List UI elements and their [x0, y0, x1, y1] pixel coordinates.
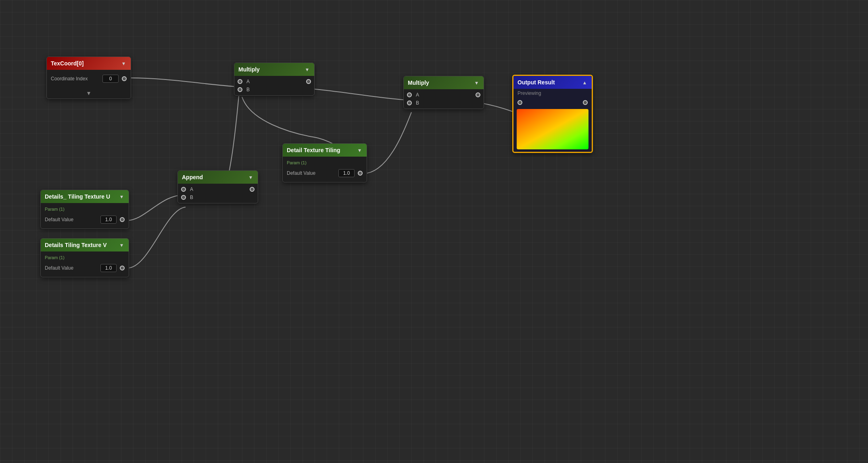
detail-texture-tiling-default-value[interactable]: 1.0: [338, 169, 355, 177]
detail-tiling-v-header[interactable]: Details Tiling Texture V ▾: [41, 239, 129, 251]
append-a-label: A: [190, 186, 193, 192]
append-header[interactable]: Append ▾: [178, 171, 258, 184]
multiply2-title: Multiply: [408, 80, 429, 86]
detail-tiling-u-collapse-btn[interactable]: ▾: [119, 193, 125, 200]
detail-tiling-u-default-row: Default Value 1.0: [45, 214, 125, 225]
detail-tiling-v-node: Details Tiling Texture V ▾ Param (1) Def…: [40, 238, 129, 277]
detail-tiling-v-default-label: Default Value: [45, 265, 100, 271]
multiply1-title: Multiply: [238, 66, 260, 73]
output-title: Output Result: [517, 79, 555, 86]
multiply1-a-output-port[interactable]: [306, 79, 311, 84]
output-header[interactable]: Output Result ▴: [513, 76, 592, 89]
detail-texture-tiling-param: Param (1): [287, 160, 363, 165]
output-left-port[interactable]: [517, 100, 522, 105]
output-port-row: [513, 98, 592, 107]
detail-tiling-u-default-label: Default Value: [45, 217, 100, 222]
detail-tiling-u-default-value[interactable]: 1.0: [100, 216, 117, 224]
output-previewing-label: Previewing: [513, 89, 592, 98]
multiply1-collapse-btn[interactable]: ▾: [304, 66, 310, 73]
append-a-output-port[interactable]: [250, 187, 255, 192]
multiply2-a-input-port[interactable]: [407, 92, 412, 97]
texcoord-title: TexCoord[0]: [51, 60, 83, 67]
append-b-label: B: [190, 195, 193, 200]
detail-tiling-v-default-value[interactable]: 1.0: [100, 264, 117, 272]
append-a-row: A: [178, 185, 258, 193]
append-a-input-port[interactable]: [181, 187, 186, 192]
multiply2-node: Multiply ▾ A B: [403, 76, 484, 109]
multiply2-a-row: A: [404, 91, 484, 99]
multiply1-b-row: B: [234, 86, 314, 94]
multiply2-header[interactable]: Multiply ▾: [404, 76, 484, 89]
texcoord-header[interactable]: TexCoord[0] ▾: [47, 57, 131, 70]
output-right-port[interactable]: [583, 100, 588, 105]
detail-tiling-u-header[interactable]: Details_ Tiling Texture U ▾: [41, 190, 129, 203]
texcoord-coord-row: Coordinate Index 0: [51, 73, 127, 84]
texcoord-node: TexCoord[0] ▾ Coordinate Index 0 ▾: [46, 57, 131, 99]
multiply2-b-label: B: [416, 100, 419, 106]
detail-tiling-u-param: Param (1): [45, 207, 125, 212]
detail-tiling-v-output-port[interactable]: [120, 266, 125, 270]
texcoord-footer[interactable]: ▾: [47, 88, 131, 98]
multiply1-a-input-port[interactable]: [238, 79, 242, 84]
multiply2-b-row: B: [404, 99, 484, 107]
detail-tiling-v-title: Details Tiling Texture V: [45, 242, 107, 248]
multiply2-a-output-port[interactable]: [476, 92, 480, 97]
output-node: Output Result ▴ Previewing: [512, 75, 593, 153]
multiply1-header[interactable]: Multiply ▾: [234, 63, 314, 76]
detail-texture-tiling-default-row: Default Value 1.0: [287, 168, 363, 179]
detail-texture-tiling-header[interactable]: Detail Texture Tiling ▾: [283, 144, 367, 157]
detail-tiling-v-default-row: Default Value 1.0: [45, 262, 125, 274]
texcoord-coord-label: Coordinate Index: [51, 76, 102, 82]
detail-tiling-v-param: Param (1): [45, 255, 125, 260]
detail-texture-tiling-collapse-btn[interactable]: ▾: [357, 147, 363, 153]
texcoord-collapse-btn[interactable]: ▾: [121, 60, 127, 67]
output-color-preview: [517, 109, 588, 149]
append-b-input-port[interactable]: [181, 195, 186, 200]
detail-texture-tiling-default-label: Default Value: [287, 170, 338, 176]
detail-texture-tiling-title: Detail Texture Tiling: [287, 147, 340, 153]
multiply1-b-input-port[interactable]: [238, 87, 242, 92]
output-collapse-btn[interactable]: ▴: [582, 79, 588, 86]
multiply2-b-input-port[interactable]: [407, 101, 412, 105]
detail-tiling-u-output-port[interactable]: [120, 217, 125, 222]
append-collapse-btn[interactable]: ▾: [248, 174, 254, 180]
append-node: Append ▾ A B: [177, 170, 258, 203]
multiply1-a-row: A: [234, 78, 314, 86]
multiply1-a-label: A: [246, 79, 250, 84]
detail-texture-tiling-node: Detail Texture Tiling ▾ Param (1) Defaul…: [282, 143, 367, 182]
append-b-row: B: [178, 193, 258, 201]
multiply1-node: Multiply ▾ A B: [234, 63, 315, 96]
detail-texture-tiling-output-port[interactable]: [358, 171, 363, 176]
detail-tiling-u-title: Details_ Tiling Texture U: [45, 193, 110, 200]
output-previewing-text: Previewing: [517, 90, 541, 96]
multiply2-a-label: A: [416, 92, 419, 98]
detail-tiling-v-collapse-btn[interactable]: ▾: [119, 242, 125, 248]
append-title: Append: [182, 174, 203, 180]
detail-tiling-u-node: Details_ Tiling Texture U ▾ Param (1) De…: [40, 190, 129, 229]
texcoord-output-port[interactable]: [122, 76, 127, 81]
texcoord-coord-value[interactable]: 0: [102, 75, 119, 83]
multiply2-collapse-btn[interactable]: ▾: [474, 80, 480, 86]
multiply1-b-label: B: [246, 87, 250, 92]
